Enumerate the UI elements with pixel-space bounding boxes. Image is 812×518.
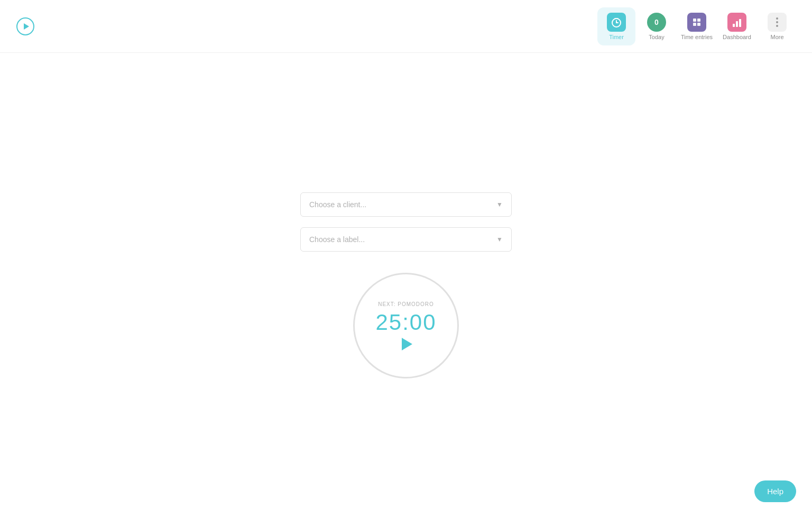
help-button[interactable]: Help: [754, 480, 796, 502]
more-icon: [768, 13, 787, 32]
nav-item-today[interactable]: 0 Today: [638, 7, 676, 45]
time-entries-nav-label: Time entries: [681, 34, 713, 40]
timer-play-icon[interactable]: [402, 338, 412, 350]
timer-icon: [607, 13, 626, 32]
svg-rect-11: [733, 24, 735, 27]
label-dropdown-placeholder: Choose a label...: [309, 235, 496, 244]
svg-rect-8: [697, 18, 700, 22]
main-content: Choose a client... ▼ Choose a label... ▼…: [0, 53, 812, 518]
client-dropdown-placeholder: Choose a client...: [309, 200, 496, 209]
header: Timer 0 Today Time entries: [0, 0, 812, 53]
timer-display: 25:00: [375, 311, 436, 334]
nav-item-more[interactable]: More: [758, 7, 796, 45]
svg-rect-12: [736, 21, 738, 27]
today-icon: 0: [647, 13, 666, 32]
svg-rect-13: [739, 19, 741, 27]
more-nav-label: More: [770, 34, 783, 40]
svg-rect-7: [693, 18, 696, 22]
client-dropdown[interactable]: Choose a client... ▼: [300, 192, 512, 217]
nav-item-dashboard[interactable]: Dashboard: [718, 7, 756, 45]
dashboard-icon: [727, 13, 746, 32]
svg-rect-10: [697, 23, 700, 26]
svg-rect-9: [693, 23, 696, 26]
dashboard-nav-label: Dashboard: [723, 34, 751, 40]
timer-next-label: NEXT: POMODORO: [378, 301, 434, 307]
client-dropdown-wrapper: Choose a client... ▼: [300, 192, 512, 217]
timer-nav-label: Timer: [609, 34, 624, 40]
timer-circle[interactable]: NEXT: POMODORO 25:00: [353, 273, 459, 378]
today-nav-label: Today: [649, 34, 664, 40]
label-dropdown-arrow-icon: ▼: [496, 236, 503, 243]
main-nav: Timer 0 Today Time entries: [597, 7, 796, 45]
time-entries-icon: [687, 13, 706, 32]
svg-marker-1: [24, 23, 29, 30]
nav-item-time-entries[interactable]: Time entries: [678, 7, 716, 45]
client-dropdown-arrow-icon: ▼: [496, 201, 503, 208]
timer-container: NEXT: POMODORO 25:00: [353, 273, 459, 378]
label-dropdown[interactable]: Choose a label... ▼: [300, 227, 512, 252]
nav-item-timer[interactable]: Timer: [597, 7, 635, 45]
app-logo[interactable]: [16, 17, 35, 36]
label-dropdown-wrapper: Choose a label... ▼: [300, 227, 512, 252]
